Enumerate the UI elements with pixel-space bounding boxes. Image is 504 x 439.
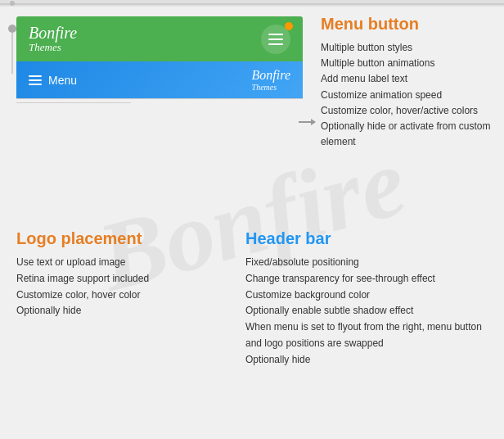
flyout-logo: Bonfire Themes	[252, 68, 290, 92]
hamburger-bar-3	[268, 43, 283, 45]
header-feature-1: Fixed/absolute positioning	[245, 255, 488, 271]
menu-button-features: Multiple button styles Multiple button a…	[321, 40, 494, 150]
demo-logo-text: Bonfire Themes	[29, 24, 77, 53]
logo-feature-2: Retina image support included	[16, 271, 229, 287]
logo-feature-4: Optionally hide	[16, 303, 229, 319]
top-bar-line	[0, 3, 504, 5]
top-bar-dot	[10, 1, 15, 6]
demo-logo: Bonfire Themes	[29, 24, 77, 53]
demo-header-bar: Bonfire Themes	[16, 16, 303, 61]
menu-button-title: Menu button	[321, 15, 494, 34]
border-lines	[16, 98, 303, 106]
logo-placement-title: Logo placement	[16, 229, 229, 248]
logo-feature-3: Customize color, hover color	[16, 287, 229, 304]
header-feature-6: Optionally hide	[245, 352, 488, 369]
vert-line	[11, 33, 13, 74]
menu-bar-1	[29, 75, 42, 77]
header-bar-title: Header bar	[245, 229, 488, 248]
hamburger-button[interactable]	[261, 25, 290, 54]
menu-label-text: Menu	[48, 74, 77, 87]
header-feature-3: Customize background color	[245, 287, 488, 304]
bottom-sections: Logo placement Use text or upload image …	[0, 221, 504, 377]
header-feature-5: When menu is set to flyout from the righ…	[245, 319, 488, 352]
menu-bar-3	[29, 84, 42, 85]
feature-item-4: Customize animation speed	[321, 88, 494, 103]
flyout-menu: Menu Bonfire Themes	[16, 61, 303, 98]
logo-line1: Bonfire	[29, 24, 77, 42]
hamburger-bar-2	[268, 38, 283, 40]
feature-item-2: Multiple button animations	[321, 56, 494, 71]
menu-icon	[29, 75, 42, 85]
flyout-logo-line2: Themes	[252, 83, 290, 92]
menu-left: Menu	[29, 74, 77, 87]
logo-line2: Themes	[29, 42, 77, 53]
header-feature-2: Change transparency for see-through effe…	[245, 271, 488, 287]
border-line-full	[16, 98, 303, 99]
feature-item-5: Customize color, hover/active colors	[321, 103, 494, 119]
hamburger-bar-1	[268, 34, 283, 35]
feature-item-3: Add menu label text	[321, 71, 494, 87]
arrow-line	[299, 121, 315, 123]
vert-dot	[8, 25, 16, 33]
menu-bar-2	[29, 79, 42, 81]
dot-indicator	[285, 22, 293, 30]
logo-feature-1: Use text or upload image	[16, 255, 229, 271]
border-line-short	[16, 102, 131, 103]
feature-item-1: Multiple button styles	[321, 40, 494, 56]
flyout-logo-line1: Bonfire	[252, 68, 290, 83]
menu-button-section: Menu button Multiple button styles Multi…	[311, 7, 504, 166]
logo-placement-section: Logo placement Use text or upload image …	[16, 229, 229, 369]
feature-item-6: Optionally hide or activate from custom …	[321, 119, 494, 150]
header-feature-4: Optionally enable subtle shadow effect	[245, 303, 488, 319]
top-bar	[0, 0, 504, 7]
header-bar-section: Header bar Fixed/absolute positioning Ch…	[245, 229, 488, 369]
vertical-indicator	[8, 25, 16, 74]
